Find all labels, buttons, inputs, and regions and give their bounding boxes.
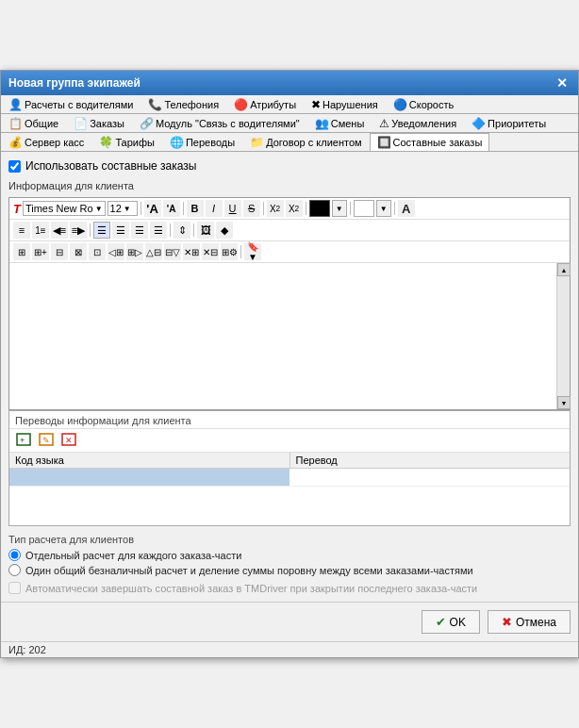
table-row-above-button[interactable]: △⊟ [145,243,162,260]
font-style-button[interactable]: A [398,200,415,217]
divider3 [263,202,264,215]
trans-add-button[interactable]: + [15,432,34,449]
subscript-button[interactable]: X2 [267,200,284,217]
attr-icon: 🔴 [234,98,248,111]
trans-table-header: Код языка Перевод [9,453,570,469]
status-bar: ИД: 202 [1,641,578,657]
tab-drivers[interactable]: 👤 Расчеты с водителями [1,95,141,113]
tab-composite[interactable]: 🔲 Составные заказы [370,133,490,151]
translations-section: Переводы информации для клиента + ✎ ✕ Ко… [8,410,571,526]
align-right-button[interactable]: ☰ [112,222,129,239]
use-composite-label[interactable]: Использовать составные заказы [25,159,196,173]
table-col-left-button[interactable]: ◁⊞ [108,243,124,260]
auto-complete-checkbox [8,582,21,594]
table-button[interactable]: ⊞ [13,243,30,260]
font-size-selector[interactable]: 12 ▼ [108,201,138,216]
text-color-dropdown[interactable]: ▼ [332,200,347,217]
phone-icon: 📞 [148,98,162,111]
tab-priorities-label: Приоритеты [488,118,546,129]
underline-button[interactable]: U [224,200,241,217]
payment-common-radio[interactable] [8,564,21,576]
line-spacing-button[interactable]: ⇕ [174,222,190,239]
trans-table-body [9,469,570,525]
font-type-icon: T [13,202,21,216]
table-row-below-button[interactable]: ⊟▽ [164,243,181,260]
table-del-row-button[interactable]: ✕⊟ [202,243,219,260]
insert-image-button[interactable]: 🖼 [197,222,214,239]
bullet-list-button[interactable]: ≡ [13,222,30,239]
superscript-button[interactable]: X2 [286,200,303,217]
tab-violations[interactable]: ✖ Нарушения [304,95,386,113]
font-name-selector[interactable]: Times New Ro ▼ [23,201,106,216]
table-col-add-button[interactable]: ⊞+ [32,243,49,260]
shrink-font-button[interactable]: 'A [163,200,180,217]
insert-object-button[interactable]: ◆ [216,222,233,239]
tab-general[interactable]: 📋 Общие [1,114,66,132]
font-name-dropdown[interactable]: ▼ [95,205,103,213]
highlight-color-box[interactable] [354,200,374,217]
tab-tariffs[interactable]: 🍀 Тарифы [91,133,162,151]
table-split-button[interactable]: ⊡ [89,243,106,260]
tab-speed-label: Скорость [409,99,455,110]
table-row-add-button[interactable]: ⊟ [51,243,68,260]
payment-option-separate-row: Отдельный расчет для каждого заказа-част… [8,549,571,561]
tab-attr[interactable]: 🔴 Атрибуты [226,95,304,113]
align-left-button[interactable]: ☰ [93,222,110,239]
editor-panel: T Times New Ro ▼ 12 ▼ 'A 'A B [8,197,571,410]
drivers-icon: 👤 [8,98,23,111]
tabs-row-3-container: 💰 Сервер касс 🍀 Тарифы 🌐 Переводы 📁 Дого… [1,133,578,152]
grow-font-button[interactable]: 'A [144,200,161,217]
tab-notifications[interactable]: ⚠ Уведомления [372,114,464,132]
tab-module[interactable]: 🔗 Модуль "Связь с водителями" [132,114,307,132]
tab-contract[interactable]: 📁 Договор с клиентом [242,133,369,151]
payment-separate-radio[interactable] [8,549,21,561]
table-props-button[interactable]: ⊞⚙ [221,243,238,260]
align-center-button[interactable]: ☰ [131,222,148,239]
tab-shifts[interactable]: 👥 Смены [307,114,372,132]
text-color-box[interactable] [309,200,330,217]
tab-orders[interactable]: 📄 Заказы [66,114,132,132]
tab-priorities[interactable]: 🔷 Приоритеты [464,114,554,132]
increase-indent-button[interactable]: ≡▶ [70,222,87,239]
editor-toolbar-row2: ≡ 1≡ ◀≡ ≡▶ ☰ ☰ ☰ ☰ ⇕ 🖼 ◆ [9,220,570,241]
tab-attr-label: Атрибуты [250,99,296,110]
strikethrough-button[interactable]: S [243,200,260,217]
payment-separate-label[interactable]: Отдельный расчет для каждого заказа-част… [25,550,241,561]
tab-speed[interactable]: 🔵 Скорость [386,95,462,113]
insert-special-button[interactable]: 🔖▼ [244,243,261,260]
payment-common-label[interactable]: Один общий безналичный расчет и деление … [25,565,473,576]
table-del-col-button[interactable]: ✕⊞ [183,243,200,260]
table-merge-button[interactable]: ⊠ [70,243,87,260]
cashbox-icon: 💰 [8,136,23,149]
align-justify-button[interactable]: ☰ [150,222,167,239]
trans-delete-button[interactable]: ✕ [60,432,79,449]
general-icon: 📋 [8,117,23,130]
scroll-up-arrow[interactable]: ▲ [557,263,571,276]
divider5 [350,202,351,215]
trans-cell-code[interactable] [9,469,290,486]
table-col-right-button[interactable]: ⊞▷ [126,243,143,260]
trans-cell-translation[interactable] [290,469,570,486]
tab-transfers-label: Переводы [186,137,235,148]
highlight-color-dropdown[interactable]: ▼ [376,200,391,217]
decrease-indent-button[interactable]: ◀≡ [51,222,68,239]
trans-edit-button[interactable]: ✎ [38,432,57,449]
font-name-value: Times New Ro [25,203,93,214]
tab-cashbox[interactable]: 💰 Сервер касс [1,133,91,151]
contract-icon: 📁 [250,136,264,149]
translations-label: Переводы информации для клиента [9,411,570,429]
scroll-down-arrow[interactable]: ▼ [557,396,571,409]
use-composite-checkbox[interactable] [8,160,21,173]
ok-button[interactable]: ✔ OK [422,610,480,634]
editor-body[interactable] [9,263,570,409]
tabs-row-1-container: 👤 Расчеты с водителями 📞 Телефония 🔴 Атр… [1,95,578,114]
font-size-dropdown[interactable]: ▼ [124,205,131,213]
tab-transfers[interactable]: 🌐 Переводы [162,133,242,151]
tab-phone[interactable]: 📞 Телефония [141,95,226,113]
italic-button[interactable]: I [206,200,223,217]
bold-button[interactable]: B [187,200,204,217]
content-area: Использовать составные заказы Информация… [1,152,578,602]
close-button[interactable]: ✕ [554,74,571,91]
cancel-button[interactable]: ✖ Отмена [488,610,571,634]
numbered-list-button[interactable]: 1≡ [32,222,49,239]
